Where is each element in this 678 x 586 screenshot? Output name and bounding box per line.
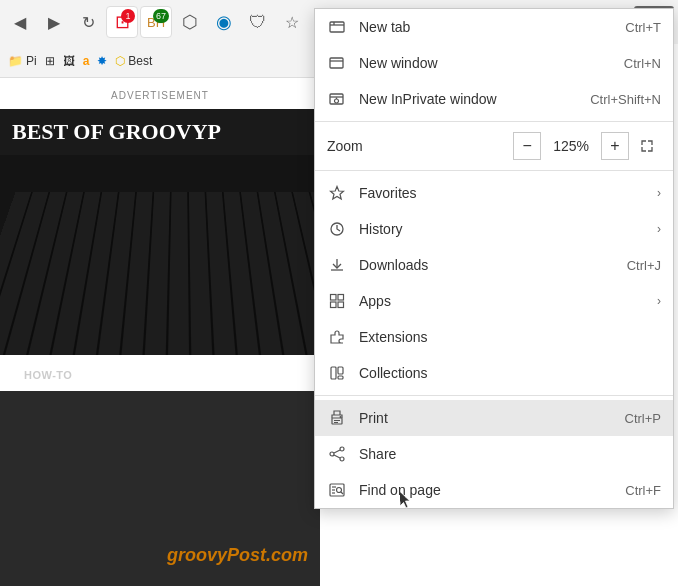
menu-label-new-inprivate: New InPrivate window xyxy=(359,91,590,107)
svg-rect-21 xyxy=(334,420,340,421)
svg-line-28 xyxy=(334,455,340,458)
extensions-menu-icon xyxy=(327,327,347,347)
bookmark-img[interactable]: 🖼 xyxy=(63,54,75,68)
svg-rect-3 xyxy=(330,58,343,68)
bookmark-pi-label: Pi xyxy=(26,54,37,68)
menu-item-apps[interactable]: Apps › xyxy=(315,283,673,319)
page-content: ADVERTISEMENT BEST OF GROOVYP HOW-TO gro… xyxy=(0,78,320,586)
extension-icon-4[interactable]: ◉ xyxy=(208,6,240,38)
dropdown-menu: New tab Ctrl+T New window Ctrl+N New InP… xyxy=(314,8,674,509)
menu-item-share[interactable]: Share xyxy=(315,436,673,472)
svg-rect-0 xyxy=(330,22,344,32)
svg-line-27 xyxy=(334,450,340,453)
divider-1 xyxy=(315,121,673,122)
menu-shortcut-new-tab: Ctrl+T xyxy=(625,20,661,35)
collections-menu-icon xyxy=(327,363,347,383)
menu-shortcut-find-on-page: Ctrl+F xyxy=(625,483,661,498)
svg-rect-19 xyxy=(338,376,343,379)
menu-label-new-window: New window xyxy=(359,55,624,71)
bookmark-pi[interactable]: 📁 Pi xyxy=(8,54,37,68)
bookmarks-bar: 📁 Pi ⊞ 🖼 a ✸ ⬡ Best xyxy=(0,44,320,78)
menu-shortcut-print: Ctrl+P xyxy=(625,411,661,426)
menu-shortcut-new-window: Ctrl+N xyxy=(624,56,661,71)
menu-item-find-on-page[interactable]: Find on page Ctrl+F xyxy=(315,472,673,508)
inprivate-icon xyxy=(327,89,347,109)
find-menu-icon xyxy=(327,480,347,500)
back-button[interactable]: ◀ xyxy=(4,6,36,38)
ad-label: ADVERTISEMENT xyxy=(0,82,320,105)
badge-2: 67 xyxy=(153,9,169,23)
svg-point-30 xyxy=(337,488,342,493)
bookmark-amazon[interactable]: a xyxy=(83,54,90,68)
divider-2 xyxy=(315,170,673,171)
favorites-arrow-icon: › xyxy=(657,186,661,200)
bookmark-best-label: Best xyxy=(128,54,152,68)
menu-item-zoom: Zoom − 125% + xyxy=(315,126,673,166)
zoom-label: Zoom xyxy=(327,138,363,154)
apps-menu-icon xyxy=(327,291,347,311)
menu-label-downloads: Downloads xyxy=(359,257,627,273)
menu-item-downloads[interactable]: Downloads Ctrl+J xyxy=(315,247,673,283)
page-title: BEST OF GROOVYP xyxy=(12,119,308,145)
history-menu-icon xyxy=(327,219,347,239)
svg-line-31 xyxy=(341,492,343,494)
svg-rect-22 xyxy=(334,422,338,423)
forward-button[interactable]: ▶ xyxy=(38,6,70,38)
bookmark-best[interactable]: ⬡ Best xyxy=(115,54,152,68)
menu-label-favorites: Favorites xyxy=(359,185,649,201)
bookmark-best-icon: ⬡ xyxy=(115,54,125,68)
bookmark-walmart-icon: ✸ xyxy=(97,54,107,68)
menu-item-new-inprivate[interactable]: New InPrivate window Ctrl+Shift+N xyxy=(315,81,673,117)
svg-marker-9 xyxy=(331,187,344,200)
menu-label-print: Print xyxy=(359,410,625,426)
svg-rect-16 xyxy=(338,302,344,308)
new-tab-icon xyxy=(327,17,347,37)
zoom-controls: − 125% + xyxy=(513,132,661,160)
svg-rect-15 xyxy=(331,302,337,308)
menu-label-collections: Collections xyxy=(359,365,661,381)
zoom-fullscreen-button[interactable] xyxy=(633,132,661,160)
svg-rect-17 xyxy=(331,367,336,379)
menu-label-extensions: Extensions xyxy=(359,329,661,345)
bookmark-ms-icon: ⊞ xyxy=(45,54,55,68)
extension-icon-2[interactable]: BH 67 xyxy=(140,6,172,38)
badge-1: 1 xyxy=(121,9,135,23)
favorites-icon[interactable]: ☆ xyxy=(276,6,308,38)
menu-item-new-tab[interactable]: New tab Ctrl+T xyxy=(315,9,673,45)
svg-point-7 xyxy=(335,99,339,103)
history-arrow-icon: › xyxy=(657,222,661,236)
menu-label-find-on-page: Find on page xyxy=(359,482,625,498)
svg-point-26 xyxy=(340,457,344,461)
zoom-value: 125% xyxy=(541,138,601,154)
refresh-button[interactable]: ↻ xyxy=(72,6,104,38)
print-menu-icon xyxy=(327,408,347,428)
downloads-menu-icon xyxy=(327,255,347,275)
divider-3 xyxy=(315,395,673,396)
apps-arrow-icon: › xyxy=(657,294,661,308)
menu-item-favorites[interactable]: Favorites › xyxy=(315,175,673,211)
svg-point-25 xyxy=(330,452,334,456)
extension-icon-1[interactable]: ⊡ 1 xyxy=(106,6,138,38)
menu-label-new-tab: New tab xyxy=(359,19,625,35)
favorites-menu-icon xyxy=(327,183,347,203)
how-to-label: HOW-TO xyxy=(12,361,308,385)
bookmark-ms[interactable]: ⊞ xyxy=(45,54,55,68)
new-window-icon xyxy=(327,53,347,73)
bookmark-walmart[interactable]: ✸ xyxy=(97,54,107,68)
zoom-minus-button[interactable]: − xyxy=(513,132,541,160)
svg-rect-13 xyxy=(331,295,337,301)
menu-item-history[interactable]: History › xyxy=(315,211,673,247)
zoom-plus-button[interactable]: + xyxy=(601,132,629,160)
share-menu-icon xyxy=(327,444,347,464)
menu-item-extensions[interactable]: Extensions xyxy=(315,319,673,355)
bookmark-pi-icon: 📁 xyxy=(8,54,23,68)
svg-point-24 xyxy=(340,447,344,451)
extension-icon-5[interactable]: 🛡 xyxy=(242,6,274,38)
svg-rect-18 xyxy=(338,367,343,374)
menu-item-collections[interactable]: Collections xyxy=(315,355,673,391)
menu-item-print[interactable]: Print Ctrl+P xyxy=(315,400,673,436)
menu-shortcut-new-inprivate: Ctrl+Shift+N xyxy=(590,92,661,107)
extension-icon-3[interactable]: ⬡ xyxy=(174,6,206,38)
bookmark-img-icon: 🖼 xyxy=(63,54,75,68)
menu-item-new-window[interactable]: New window Ctrl+N xyxy=(315,45,673,81)
